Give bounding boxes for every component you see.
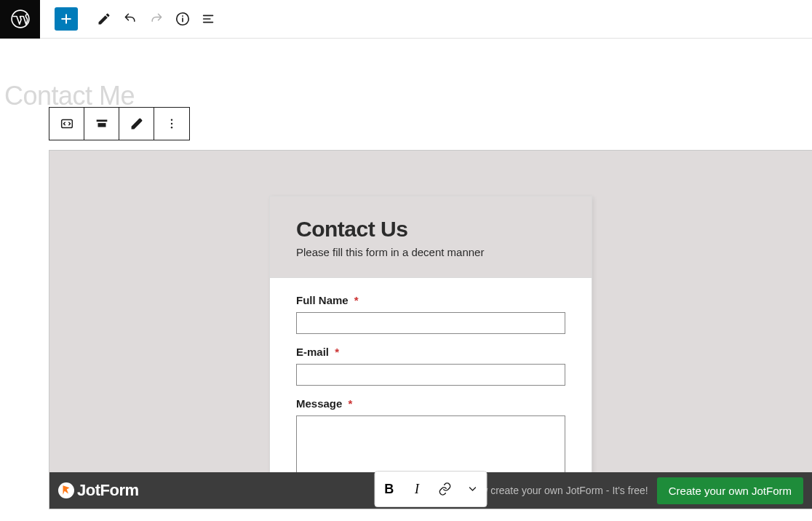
jotform-logo-text: JotForm: [77, 481, 139, 500]
svg-rect-4: [97, 123, 106, 127]
link-button[interactable]: [432, 472, 457, 506]
toolbar-buttons: [40, 6, 222, 32]
wordpress-logo[interactable]: [0, 0, 40, 39]
info-button[interactable]: [170, 6, 196, 32]
create-jotform-button[interactable]: Create your own JotForm: [657, 477, 803, 504]
email-input[interactable]: [296, 364, 565, 386]
jotform-footer-bar: JotForm B I Now create your own JotForm …: [49, 472, 812, 509]
full-name-label: Full Name *: [296, 294, 565, 306]
email-label-text: E-mail: [296, 346, 329, 358]
message-label: Message *: [296, 397, 565, 410]
field-full-name: Full Name *: [296, 294, 565, 334]
more-format-button[interactable]: [460, 472, 485, 506]
full-name-input[interactable]: [296, 312, 565, 334]
edit-html-button[interactable]: [119, 108, 154, 140]
editor-top-toolbar: [0, 0, 812, 39]
svg-point-7: [171, 127, 172, 128]
svg-point-5: [171, 119, 172, 121]
required-mark: *: [354, 294, 359, 306]
block-type-button[interactable]: [49, 108, 84, 140]
form-header: Contact Us Please fill this form in a de…: [270, 196, 592, 278]
jotform-logo-icon: [58, 482, 74, 498]
redo-button[interactable]: [143, 6, 170, 32]
email-label: E-mail *: [296, 346, 565, 358]
undo-button[interactable]: [117, 6, 143, 32]
align-button[interactable]: [84, 108, 119, 140]
block-toolbar: [49, 107, 190, 140]
more-options-button[interactable]: [154, 108, 189, 140]
contact-form-card: Contact Us Please fill this form in a de…: [269, 196, 592, 509]
italic-button[interactable]: I: [405, 472, 429, 506]
bold-button[interactable]: B: [377, 472, 402, 506]
field-email: E-mail *: [296, 346, 565, 386]
promo-text: Now create your own JotForm - It's free!: [467, 485, 657, 496]
inline-format-toolbar: B I: [375, 471, 487, 507]
jotform-logo[interactable]: JotForm: [58, 481, 139, 500]
embed-block-area[interactable]: Contact Us Please fill this form in a de…: [49, 150, 812, 509]
svg-rect-3: [96, 120, 107, 122]
required-mark: *: [335, 346, 339, 358]
outline-button[interactable]: [196, 6, 222, 32]
required-mark: *: [349, 397, 353, 410]
form-title: Contact Us: [296, 217, 565, 242]
message-label-text: Message: [296, 397, 342, 410]
form-subtitle: Please fill this form in a decent manner: [296, 246, 565, 258]
svg-point-6: [171, 123, 172, 124]
edit-mode-button[interactable]: [91, 6, 117, 32]
add-block-button[interactable]: [55, 7, 78, 31]
full-name-label-text: Full Name: [296, 294, 349, 306]
